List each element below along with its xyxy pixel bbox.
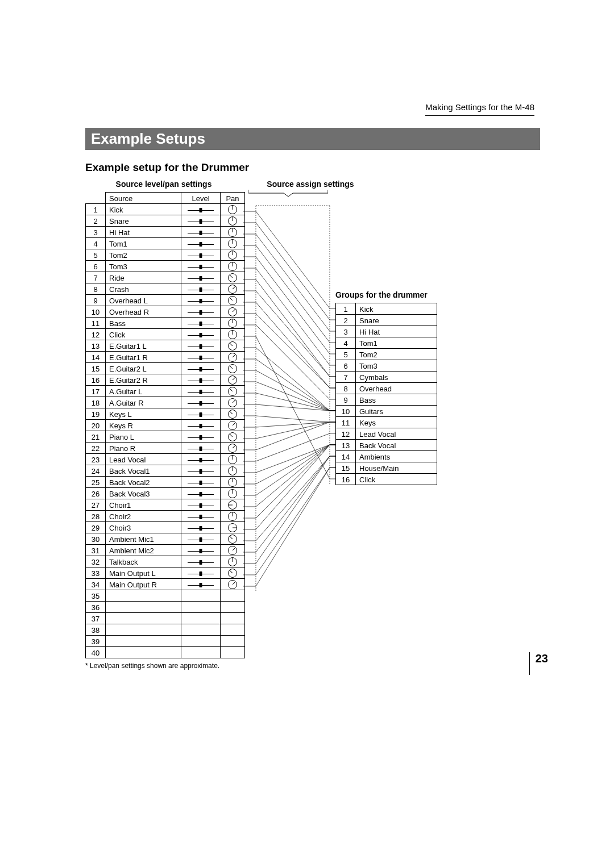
source-row-level (181, 477, 221, 488)
source-row-name: Ambient Mic1 (106, 533, 181, 545)
pan-knob-icon (228, 466, 237, 475)
level-slider-icon (188, 583, 214, 587)
source-row-level (181, 352, 221, 363)
source-row-pan (221, 374, 245, 386)
source-row: 16E.Guitar2 R (86, 374, 245, 386)
source-row: 12Click (86, 329, 245, 340)
source-row-number: 14 (86, 352, 106, 363)
footnote: * Level/pan settings shown are approxima… (85, 662, 540, 670)
source-row: 27Choir1 (86, 499, 245, 511)
source-row-name (106, 602, 181, 613)
source-row-pan (221, 443, 245, 454)
pan-knob-icon (228, 500, 237, 510)
source-row-number: 10 (86, 306, 106, 318)
source-row-number: 33 (86, 567, 106, 579)
group-row-name: Hi Hat (356, 326, 437, 337)
source-row-name: A.Guitar R (106, 397, 181, 408)
group-row-number: 3 (336, 326, 356, 337)
group-row: 12Lead Vocal (336, 428, 437, 440)
source-row-level (181, 374, 221, 386)
group-row: 1Kick (336, 303, 437, 315)
source-row-name: Kick (106, 204, 181, 215)
source-row: 37 (86, 613, 245, 624)
source-row-name: Hi Hat (106, 227, 181, 238)
group-row: 5Tom2 (336, 349, 437, 360)
level-slider-icon (188, 458, 214, 462)
source-row: 10Overhead R (86, 306, 245, 318)
source-row-level (181, 318, 221, 329)
level-slider-icon (188, 481, 214, 485)
source-row-pan (221, 465, 245, 477)
source-row-pan (221, 454, 245, 465)
source-row-number: 4 (86, 238, 106, 249)
source-row-name: E.Guitar1 R (106, 352, 181, 363)
source-row-number: 30 (86, 533, 106, 545)
source-row-name (106, 647, 181, 658)
source-row-number: 6 (86, 261, 106, 272)
level-slider-icon (188, 401, 214, 406)
level-slider-icon (188, 276, 214, 281)
source-row: 35 (86, 590, 245, 602)
source-row-pan (221, 431, 245, 443)
source-row: 31Ambient Mic2 (86, 545, 245, 556)
group-row-name: Keys (356, 417, 437, 428)
source-row-name (106, 590, 181, 602)
level-slider-icon (188, 469, 214, 474)
source-row-pan (221, 329, 245, 340)
source-row: 15E.Guitar2 L (86, 363, 245, 374)
source-row-level (181, 249, 221, 261)
source-row-pan (221, 227, 245, 238)
level-slider-icon (188, 322, 214, 326)
source-row-level (181, 465, 221, 477)
source-row: 17A.Guitar L (86, 386, 245, 397)
source-row-number: 24 (86, 465, 106, 477)
pan-knob-icon (228, 251, 237, 260)
source-row-pan (221, 215, 245, 227)
level-slider-icon (188, 503, 214, 508)
group-row: 6Tom3 (336, 360, 437, 372)
section-title: Example Setups (85, 128, 540, 150)
source-row-number: 27 (86, 499, 106, 511)
level-slider-icon (188, 299, 214, 303)
source-row-name: A.Guitar L (106, 386, 181, 397)
source-row-pan (221, 511, 245, 522)
group-row: 16Click (336, 474, 437, 485)
source-row-name: Lead Vocal (106, 454, 181, 465)
group-row-number: 14 (336, 451, 356, 462)
source-row-level (181, 556, 221, 567)
source-row-name: Back Vocal1 (106, 465, 181, 477)
source-row-level (181, 204, 221, 215)
source-row-number: 39 (86, 636, 106, 647)
group-row-name: Tom1 (356, 337, 437, 349)
source-row: 3Hi Hat (86, 227, 245, 238)
source-row-level (181, 408, 221, 420)
source-row-number: 17 (86, 386, 106, 397)
source-row: 7Ride (86, 272, 245, 283)
sub-heading: Example setup for the Drummer (85, 161, 540, 174)
source-row: 4Tom1 (86, 238, 245, 249)
source-row-number: 29 (86, 522, 106, 533)
pan-knob-icon (228, 489, 237, 498)
source-row-level (181, 647, 221, 658)
pan-knob-icon (228, 421, 237, 430)
source-row-level (181, 431, 221, 443)
group-row-number: 4 (336, 337, 356, 349)
source-row: 30Ambient Mic1 (86, 533, 245, 545)
level-slider-icon (188, 515, 214, 519)
source-row-pan (221, 272, 245, 283)
source-row: 33Main Output L (86, 567, 245, 579)
source-row-name: Piano R (106, 443, 181, 454)
source-row-name: Keys L (106, 408, 181, 420)
level-slider-icon (188, 492, 214, 496)
caption-source-levelpan: Source level/pan settings (85, 180, 242, 189)
source-row: 21Piano L (86, 431, 245, 443)
source-row-level (181, 488, 221, 499)
source-row-name: Talkback (106, 556, 181, 567)
group-row-number: 13 (336, 440, 356, 451)
source-row-name: Snare (106, 215, 181, 227)
level-slider-icon (188, 219, 214, 224)
level-slider-icon (188, 310, 214, 315)
pan-knob-icon (228, 353, 237, 362)
level-slider-icon (188, 446, 214, 451)
source-row-pan (221, 579, 245, 590)
